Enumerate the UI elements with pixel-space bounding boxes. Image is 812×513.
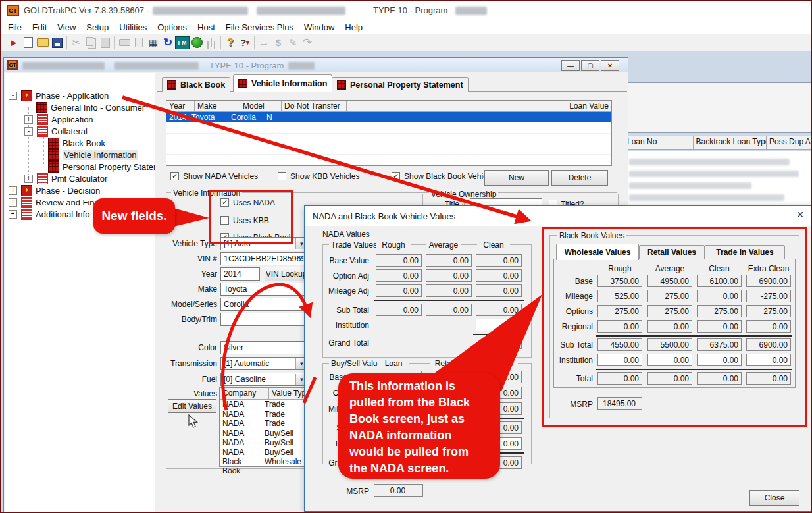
buysell-column-loan: Loan (378, 359, 409, 368)
tree-item-general-info-consumer[interactable]: General Info - Consumer (36, 101, 145, 113)
body-trim-input[interactable] (220, 313, 307, 326)
values-column-company[interactable]: Company (220, 388, 269, 399)
menu-options[interactable]: Options (152, 20, 192, 34)
new-document-icon[interactable] (21, 36, 36, 50)
vin-input[interactable]: 1C3CDFBB2ED859694 (220, 252, 307, 265)
column-header-do-not-transfer[interactable]: Do Not Transfer (282, 101, 347, 111)
menu-setup[interactable]: Setup (81, 20, 114, 34)
values-row[interactable]: NADATrade (220, 410, 305, 419)
values-row[interactable]: NADABuy/Sell (220, 429, 305, 439)
menu-host[interactable]: Host (192, 20, 220, 34)
model-series-input[interactable]: Corolla (220, 298, 307, 311)
transmission-select[interactable]: [1] Automatic▼ (220, 357, 309, 370)
values-row[interactable]: NADABuy/Sell (220, 438, 305, 448)
show-nada-vehicles-checkbox[interactable]: ✓ (170, 172, 179, 180)
institution-input[interactable] (476, 319, 522, 331)
forward-icon: → (257, 36, 271, 50)
save-icon[interactable] (50, 36, 64, 50)
tree-connector (43, 132, 44, 165)
calculator-icon[interactable]: ▦ (146, 36, 161, 50)
open-folder-icon[interactable] (36, 36, 50, 50)
delete-button[interactable]: Delete (551, 170, 608, 186)
fm-icon[interactable]: FM (175, 36, 190, 50)
tree-item-vehicle-information[interactable]: Vehicle Information (48, 149, 138, 161)
tree-expand-icon[interactable]: + (24, 175, 33, 183)
dialog-close-icon[interactable]: ✕ (792, 209, 809, 223)
help-icon[interactable]: ? (223, 36, 238, 50)
column-header-model[interactable]: Model (240, 101, 282, 111)
show-kbb-vehicles-label: Show KBB Vehicles (290, 172, 359, 181)
tree-expand-icon[interactable]: - (24, 127, 33, 136)
menu-file-services-plus[interactable]: File Services Plus (220, 20, 299, 34)
menu-view[interactable]: View (52, 20, 81, 34)
fuel-select[interactable]: [0] Gasoline▼ (220, 373, 309, 386)
tree-expand-icon[interactable]: + (9, 198, 17, 207)
toolbar: ► ✂ ▦ ↻ FM ? ?▾ → $ ✎ ↷ (1, 34, 811, 51)
tree-item-application[interactable]: + Application (24, 113, 93, 125)
vin-lookup-button[interactable]: VIN Lookup (265, 267, 308, 281)
tree-expand-icon[interactable]: - (9, 92, 17, 100)
column-header-make[interactable]: Make (195, 101, 240, 111)
redacted-child-title (22, 62, 105, 70)
tree-expand-icon[interactable]: + (9, 210, 17, 219)
tree-item-pmt-calculator[interactable]: + Pmt Calculator (24, 173, 107, 184)
menu-utilities[interactable]: Utilities (114, 20, 152, 34)
exit-icon[interactable]: ► (7, 36, 21, 50)
nada-msrp-label: MSRP (311, 487, 369, 496)
vehicle-ownership-label: Vehicle Ownership (429, 190, 498, 199)
transmission-label: Transmission (158, 359, 217, 368)
tree-item-additional-info[interactable]: + Additional Info (9, 208, 89, 220)
values-column-value-type[interactable]: Value Type (269, 388, 305, 399)
edit-values-button[interactable]: Edit Values (168, 399, 216, 413)
tree-item-phase-application[interactable]: - ✦ Phase - Application (9, 90, 109, 101)
values-row[interactable]: NADATrade (220, 419, 305, 429)
show-kbb-vehicles-checkbox[interactable] (278, 172, 286, 180)
model-series-label: Model/Series (158, 300, 217, 309)
tree-item-phase-decision[interactable]: + ✦ Phase - Decision (9, 184, 100, 196)
title-number-input[interactable] (470, 198, 542, 205)
tree-item-personal-property-statement[interactable]: Personal Property Statemer (48, 161, 155, 173)
branch-node-icon (37, 126, 48, 137)
year-input[interactable]: 2014 (220, 267, 260, 281)
values-row[interactable]: NADATrade (220, 400, 305, 410)
menu-window[interactable]: Window (299, 20, 340, 34)
menu-edit[interactable]: Edit (27, 20, 52, 34)
vehicle-grid: Year Make Model Do Not Transfer Loan Val… (166, 100, 612, 166)
tab-vehicle-information[interactable]: Vehicle Information (233, 74, 332, 92)
form-page-icon (36, 102, 47, 113)
close-window-button[interactable]: ✕ (601, 60, 619, 71)
menu-help[interactable]: Help (340, 20, 368, 34)
tree-item-label: Phase - Decision (36, 186, 100, 196)
color-input[interactable]: Silver (220, 341, 307, 354)
values-label: Values (166, 389, 217, 398)
context-help-icon[interactable]: ?▾ (238, 36, 252, 50)
show-black-book-vehicles-checkbox[interactable]: ✓ (392, 172, 400, 180)
maximize-button[interactable]: ▢ (581, 60, 599, 71)
minimize-button[interactable]: — (561, 60, 580, 71)
tree-item-black-book[interactable]: Black Book (48, 137, 105, 149)
dialog-close-button[interactable]: Close (749, 490, 799, 506)
dialog-title-bar[interactable]: NADA and Black Book Vehicle Values ✕ (305, 206, 811, 226)
tab-black-book[interactable]: Black Book (162, 77, 230, 92)
background-panel (624, 82, 812, 133)
titled-checkbox[interactable] (549, 200, 557, 205)
vehicle-row-selected[interactable]: 2014 Toyota Corolla N (166, 112, 611, 122)
tab-personal-property-statement[interactable]: Personal Property Statement (332, 77, 469, 92)
values-row[interactable]: NADABuy/Sell (220, 448, 305, 458)
refresh-icon[interactable]: ↻ (161, 36, 175, 50)
column-header-backtrack-loan-type[interactable]: Backtrack Loan Type (694, 136, 767, 150)
new-button[interactable]: New (484, 170, 549, 186)
tree-expand-icon[interactable]: + (24, 115, 33, 124)
cell-value-type: Buy/Sell (263, 448, 305, 458)
column-header-year[interactable]: Year (166, 101, 195, 111)
column-header-loan-no[interactable]: Loan No (624, 136, 694, 150)
make-input[interactable]: Toyota (220, 283, 307, 296)
menu-file[interactable]: File (3, 20, 27, 34)
column-header-poss-dup-ap[interactable]: Poss Dup Ap (767, 136, 812, 150)
tree-item-collateral[interactable]: - Collateral (24, 125, 88, 137)
redacted-child-title (288, 62, 315, 70)
tree-expand-icon[interactable]: + (9, 186, 17, 195)
globe-icon[interactable] (190, 36, 204, 50)
values-row[interactable]: Black BookWholesale (220, 457, 305, 467)
column-header-loan-value[interactable]: Loan Value (347, 101, 611, 111)
